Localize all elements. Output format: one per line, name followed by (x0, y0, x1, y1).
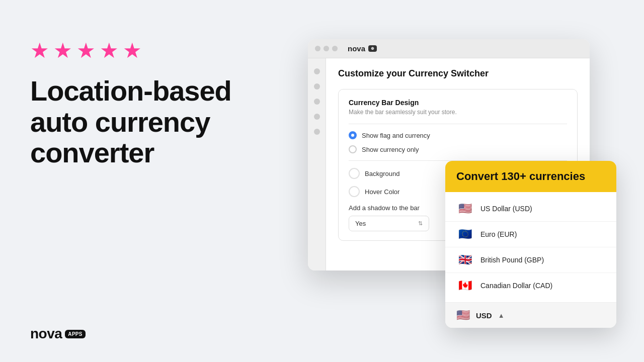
currency-header: Convert 130+ currencies (445, 161, 616, 192)
browser-brand: nova ⊕ (348, 44, 377, 53)
flag-eur: 🇪🇺 (456, 228, 473, 240)
browser-sidebar (308, 58, 326, 270)
browser-brand-text: nova (348, 44, 365, 53)
star-4: ★ (100, 40, 119, 61)
background-label: Background (365, 170, 399, 177)
shadow-select[interactable]: Yes ⇅ (349, 216, 429, 231)
nova-logo-bottom: nova apps (30, 326, 86, 342)
customize-title: Customize your Currency Switcher (338, 68, 578, 79)
browser-brand-badge: ⊕ (368, 45, 377, 52)
sidebar-dot-1 (314, 68, 320, 74)
nova-logo-badge: apps (65, 330, 85, 338)
radio-option-flag[interactable]: Show flag and currency (349, 131, 567, 139)
browser-dots (315, 46, 338, 51)
currency-name-cad: Canadian Dollar (CAD) (480, 282, 552, 290)
stars-row: ★ ★ ★ ★ ★ (30, 40, 272, 61)
sidebar-dot-5 (314, 129, 320, 135)
currency-item-eur[interactable]: 🇪🇺 Euro (EUR) (445, 222, 616, 247)
divider-1 (349, 124, 567, 124)
sidebar-dot-2 (314, 83, 320, 89)
currency-item-gbp[interactable]: 🇬🇧 British Pound (GBP) (445, 247, 616, 273)
currency-name-eur: Euro (EUR) (480, 230, 517, 238)
radio-flag-label: Show flag and currency (362, 132, 430, 139)
nova-logo-text: nova (30, 326, 62, 342)
card-title: Currency Bar Design (349, 99, 567, 107)
sidebar-dot-3 (314, 99, 320, 105)
hover-color-swatch[interactable] (349, 186, 360, 197)
star-2: ★ (53, 40, 72, 61)
footer-arrow-icon: ▲ (498, 312, 505, 319)
hover-color-label: Hover Color (365, 188, 399, 196)
radio-option-currency-only[interactable]: Show currency only (349, 145, 567, 153)
flag-cad: 🇨🇦 (456, 280, 473, 292)
star-5: ★ (123, 40, 142, 61)
dot-green (332, 46, 338, 51)
radio-currency-only-label: Show currency only (362, 146, 419, 153)
radio-currency-only[interactable] (349, 145, 357, 153)
footer-flag: 🇺🇸 (456, 309, 470, 322)
browser-titlebar: nova ⊕ (308, 39, 590, 58)
currency-name-gbp: British Pound (GBP) (480, 256, 544, 264)
currency-card: Convert 130+ currencies 🇺🇸 US Dollar (US… (445, 161, 616, 328)
star-3: ★ (76, 40, 96, 61)
currency-list: 🇺🇸 US Dollar (USD) 🇪🇺 Euro (EUR) 🇬🇧 Brit… (445, 192, 616, 302)
dot-red (315, 46, 320, 51)
star-1: ★ (30, 40, 49, 61)
flag-usd: 🇺🇸 (456, 203, 473, 215)
sidebar-dot-4 (314, 114, 320, 120)
currency-item-cad[interactable]: 🇨🇦 Canadian Dollar (CAD) (445, 273, 616, 298)
radio-flag-selected[interactable] (349, 131, 357, 139)
background-swatch[interactable] (349, 168, 360, 179)
dot-yellow (324, 46, 329, 51)
flag-gbp: 🇬🇧 (456, 254, 473, 266)
left-section: ★ ★ ★ ★ ★ Location-based auto currency c… (30, 40, 272, 168)
footer-code: USD (476, 311, 492, 320)
shadow-value: Yes (355, 220, 366, 227)
currency-footer[interactable]: 🇺🇸 USD ▲ (445, 302, 616, 328)
headline: Location-based auto currency converter (30, 75, 272, 168)
select-arrow-icon: ⇅ (418, 220, 423, 227)
card-subtitle: Make the bar seamlessly suit your store. (349, 109, 567, 116)
currency-name-usd: US Dollar (USD) (480, 205, 532, 213)
currency-item-usd[interactable]: 🇺🇸 US Dollar (USD) (445, 196, 616, 222)
currency-header-text: Convert 130+ currencies (456, 170, 585, 183)
